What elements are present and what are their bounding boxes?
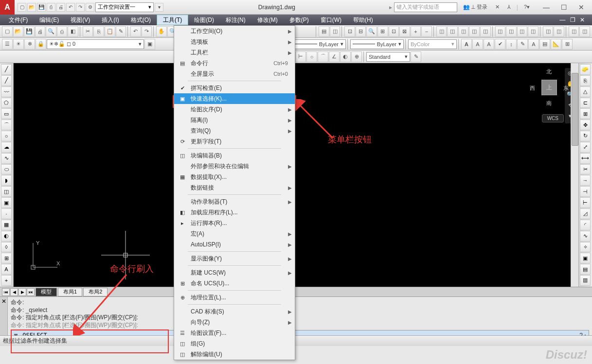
tb-layerstate-icon[interactable]: ❄ <box>24 39 35 50</box>
menu-file[interactable]: 文件(F) <box>3 15 34 25</box>
menu-help[interactable]: 帮助(H) <box>347 15 379 25</box>
dd-item[interactable]: 新建 UCS(W)▶ <box>174 267 295 278</box>
tb-m5-icon[interactable]: ◫ <box>480 26 491 37</box>
cmd-help-icon[interactable]: ? <box>579 332 583 335</box>
command-input-field-1[interactable] <box>20 332 577 335</box>
tb-text-find-icon[interactable]: A <box>528 39 539 50</box>
dd-item[interactable]: AutoLISP(I)▶ <box>174 239 295 250</box>
qat-dropdown-icon[interactable]: ▾ <box>155 3 163 12</box>
tb-dim4-icon[interactable]: ∠ <box>329 52 340 62</box>
tb-layer-icon[interactable]: ☰ <box>2 39 13 50</box>
mod-stretch-icon[interactable]: ⟷ <box>580 153 591 164</box>
tb-m6-icon[interactable]: ◫ <box>495 26 506 37</box>
command-input-1[interactable]: ▣ ?▴ <box>11 330 589 335</box>
linetype-combo-2[interactable]: ByLayer▾ <box>350 39 404 49</box>
tb-m1-icon[interactable]: ◫ <box>436 26 447 37</box>
mod-mirror-icon[interactable]: △ <box>580 87 591 97</box>
dd-item[interactable]: ◧加载应用程序(L)... <box>174 207 295 218</box>
dd-item[interactable]: ☰绘图设置(F)... <box>174 328 295 338</box>
mod-scale-icon[interactable]: ⤢ <box>580 142 591 153</box>
menu-draw[interactable]: 绘图(D) <box>188 15 220 25</box>
search-input[interactable]: 键入关键字或短语 <box>394 2 457 12</box>
close-button[interactable]: ✕ <box>576 3 586 11</box>
tb-dim1-icon[interactable]: ⊢ <box>295 52 306 62</box>
menu-modify[interactable]: 修改(M) <box>251 15 284 25</box>
dd-item[interactable]: 显示图像(Y)▶ <box>174 253 295 264</box>
tb-layerprev-icon[interactable]: ☀ <box>13 39 24 50</box>
dd-item[interactable]: 工作空间(O)▶ <box>174 26 295 36</box>
tb-3ddwf-icon[interactable]: ◧ <box>68 26 78 37</box>
qat-open-icon[interactable]: 📂 <box>27 3 36 12</box>
tb-dim5-icon[interactable]: ◐ <box>340 52 351 62</box>
draw-block-icon[interactable]: ▣ <box>1 197 12 208</box>
tb-text-scale-icon[interactable]: ↕ <box>506 39 517 50</box>
exchange-icon[interactable]: ✕ <box>493 4 502 10</box>
mod-array-icon[interactable]: ⊞ <box>580 108 591 119</box>
tb-text-A2-icon[interactable]: A <box>472 39 483 50</box>
tab-layout1[interactable]: 布局1 <box>58 288 82 296</box>
tb-redo-icon[interactable]: ↷ <box>142 26 152 37</box>
tb-undo-icon[interactable]: ↶ <box>130 26 141 37</box>
tb-m3-icon[interactable]: ◫ <box>458 26 469 37</box>
layer-combo[interactable]: ☀❄🔓 ◻ 0 ▾ <box>47 39 144 49</box>
tb-dc-icon[interactable]: ◫ <box>330 26 341 37</box>
tb-m9-icon[interactable]: ◫ <box>528 26 538 37</box>
cmd-close-handle[interactable]: ✕ <box>0 297 8 335</box>
dd-item[interactable]: ▦数据提取(X)... <box>174 172 295 182</box>
mod-blend-icon[interactable]: ∿ <box>580 231 591 242</box>
minimize-button[interactable]: — <box>541 3 551 11</box>
dd-item[interactable]: 向导(Z)▶ <box>174 317 295 328</box>
app-logo-icon[interactable]: A <box>0 0 15 15</box>
dd-item[interactable]: CAD 标准(S)▶ <box>174 306 295 317</box>
mod-offset-icon[interactable]: ⊏ <box>580 98 591 108</box>
dd-item[interactable]: 选项板▶ <box>174 36 295 47</box>
tb-paste-icon[interactable]: 📋 <box>105 26 115 37</box>
draw-polygon-icon[interactable]: ⬠ <box>1 98 12 108</box>
tb-text-conv-icon[interactable]: ✎ <box>517 39 528 50</box>
tb-dim3-icon[interactable]: ⌒ <box>318 52 328 62</box>
tb-m13-icon[interactable]: ◫ <box>579 26 590 37</box>
draw-addsel-icon[interactable]: + <box>1 275 12 286</box>
mod-m3-icon[interactable]: ▥ <box>580 275 591 286</box>
dd-item[interactable]: ✔拼写检查(E) <box>174 83 295 93</box>
tb-cut-icon[interactable]: ✂ <box>83 26 93 37</box>
qat-print-icon[interactable]: 🖨 <box>56 3 65 12</box>
tb-zoomobj-icon[interactable]: ⊠ <box>399 26 410 37</box>
tab-next-icon[interactable]: ▶ <box>18 288 26 296</box>
tb-zoomall-icon[interactable]: ⊞ <box>377 26 388 37</box>
cmd-expand-icon[interactable]: ▴ <box>584 332 587 335</box>
tb-publish-icon[interactable]: ⎙ <box>57 26 68 37</box>
tb-layermatch-icon[interactable]: ▣ <box>144 39 155 50</box>
doc-restore-icon[interactable]: ❐ <box>569 17 577 23</box>
dd-item[interactable]: ◫块编辑器(B) <box>174 150 295 161</box>
tb-pan-icon[interactable]: ✋ <box>156 26 167 37</box>
draw-xline-icon[interactable]: ╱ <box>1 75 12 86</box>
mod-explode-icon[interactable]: ✧ <box>580 242 591 253</box>
color-combo[interactable]: ByColor▾ <box>408 39 457 49</box>
menu-dimension[interactable]: 标注(N) <box>220 15 251 25</box>
tb-zoomwin-icon[interactable]: ⊡ <box>344 26 355 37</box>
mod-fillet-icon[interactable]: ◜ <box>580 220 591 230</box>
tb-m7-icon[interactable]: ◫ <box>506 26 517 37</box>
tb-match-icon[interactable]: ✎ <box>116 26 126 37</box>
tb-save-icon[interactable]: 💾 <box>24 26 35 37</box>
canvas-scrollbar[interactable] <box>571 63 578 287</box>
draw-line-icon[interactable]: ╱ <box>1 64 12 75</box>
tb-text-dim-icon[interactable]: 📐 <box>551 39 561 50</box>
mod-extend-icon[interactable]: → <box>580 175 591 186</box>
wcs-badge[interactable]: WCS <box>542 114 564 122</box>
tb-m2-icon[interactable]: ◫ <box>447 26 458 37</box>
menu-format[interactable]: 格式(O) <box>125 15 157 25</box>
tb-props-icon[interactable]: ▤ <box>319 26 329 37</box>
signin-button[interactable]: 👥 ⊥ 登录 <box>461 3 489 11</box>
qat-redo-icon[interactable]: ↷ <box>76 3 85 12</box>
workspace-combo[interactable]: 工作空间设置一▾ <box>95 2 154 12</box>
tb-m12-icon[interactable]: ◫ <box>569 26 579 37</box>
dd-item[interactable]: ◫组(G) <box>174 338 295 349</box>
dd-item[interactable]: 外部参照和块在位编辑▶ <box>174 161 295 172</box>
dd-item[interactable]: ◫解除编组(U) <box>174 349 295 360</box>
mod-m1-icon[interactable]: ▣ <box>580 253 591 263</box>
draw-mtext-icon[interactable]: A <box>1 264 12 275</box>
tb-zoomprev-icon[interactable]: ⊟ <box>356 26 366 37</box>
mod-copy-icon[interactable]: ⎘ <box>580 75 591 86</box>
